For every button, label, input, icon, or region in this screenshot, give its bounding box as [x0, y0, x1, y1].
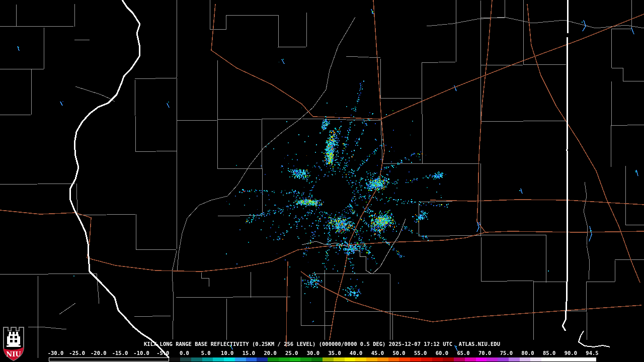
- colorbar-segment: [224, 357, 235, 361]
- niu-logo-text: NIU: [6, 350, 21, 358]
- colorbar-segment: [257, 357, 268, 361]
- colorbar-scale-labels: -30.0-25.0-20.0-15.0-10.0-5.00.05.010.01…: [0, 350, 644, 356]
- colorbar-segment: [410, 357, 421, 361]
- colorbar-label: 45.0: [371, 350, 384, 356]
- colorbar-segment: [268, 357, 279, 361]
- colorbar-label: 65.0: [457, 350, 469, 356]
- colorbar-label: 5.0: [201, 350, 211, 356]
- colorbar-label: 50.0: [392, 350, 405, 356]
- colorbar-label: 20.0: [264, 350, 276, 356]
- colorbar-label: 35.0: [328, 350, 341, 356]
- colorbar-segment: [355, 357, 366, 361]
- colorbar-segment: [366, 357, 377, 361]
- colorbar-segment: [311, 357, 323, 361]
- radar-screen: KILX LONG RANGE BASE REFLECTIVITY (0.25K…: [0, 0, 644, 362]
- niu-logo: NIU: [3, 326, 25, 362]
- colorbar-segment: [530, 357, 541, 361]
- colorbar-segment: [300, 357, 311, 361]
- colorbar-label: 10.0: [221, 350, 233, 356]
- colorbar-segment: [279, 357, 290, 361]
- colorbar-label: 25.0: [285, 350, 298, 356]
- colorbar-label: 70.0: [478, 350, 491, 356]
- colorbar-segment: [377, 357, 388, 361]
- colorbar-label: 90.0: [565, 350, 577, 356]
- colorbar-segment: [246, 357, 257, 361]
- colorbar-segment: [399, 357, 410, 361]
- colorbar-segment: [465, 357, 476, 361]
- radar-caption: KILX LONG RANGE BASE REFLECTIVITY (0.25K…: [0, 340, 644, 347]
- colorbar-segment: [388, 357, 399, 361]
- colorbar-segment: [213, 357, 224, 361]
- colorbar-segment: [202, 357, 213, 361]
- colorbar-label: -15.0: [112, 350, 128, 356]
- colorbar-label: 55.0: [414, 350, 427, 356]
- colorbar-segment: [180, 357, 191, 361]
- colorbar-label: 0.0: [180, 350, 189, 356]
- colorbar-segment: [520, 357, 531, 361]
- colorbar-segment: [191, 357, 202, 361]
- colorbar-segment: [421, 357, 432, 361]
- colorbar-label: 15.0: [243, 350, 255, 356]
- colorbar-segment: [49, 357, 169, 361]
- radar-echo-layer: [0, 0, 644, 362]
- colorbar-segment: [541, 357, 596, 361]
- colorbar-segment: [487, 357, 498, 361]
- colorbar-label: -5.0: [156, 350, 169, 356]
- colorbar-segment: [290, 357, 301, 361]
- colorbar-label: -10.0: [133, 350, 149, 356]
- colorbar-segment: [334, 357, 345, 361]
- colorbar-segment: [454, 357, 465, 361]
- colorbar-label: -20.0: [91, 350, 107, 356]
- colorbar-segment: [509, 357, 520, 361]
- colorbar-label: -25.0: [69, 350, 85, 356]
- colorbar-label: 40.0: [350, 350, 362, 356]
- colorbar-segment: [476, 357, 487, 361]
- colorbar-segment: [323, 357, 334, 361]
- colorbar-label: 60.0: [436, 350, 448, 356]
- colorbar-label: 80.0: [521, 350, 534, 356]
- reflectivity-colorbar: [49, 357, 596, 361]
- colorbar-label: 85.0: [543, 350, 555, 356]
- colorbar-label: -30.0: [48, 350, 64, 356]
- colorbar-segment: [345, 357, 356, 361]
- colorbar-segment: [432, 357, 443, 361]
- colorbar-segment: [169, 357, 180, 361]
- colorbar-segment: [235, 357, 246, 361]
- colorbar-label: 94.5: [586, 350, 598, 356]
- colorbar-label: 75.0: [500, 350, 513, 356]
- colorbar-label: 30.0: [307, 350, 319, 356]
- colorbar-segment: [443, 357, 454, 361]
- colorbar-segment: [498, 357, 509, 361]
